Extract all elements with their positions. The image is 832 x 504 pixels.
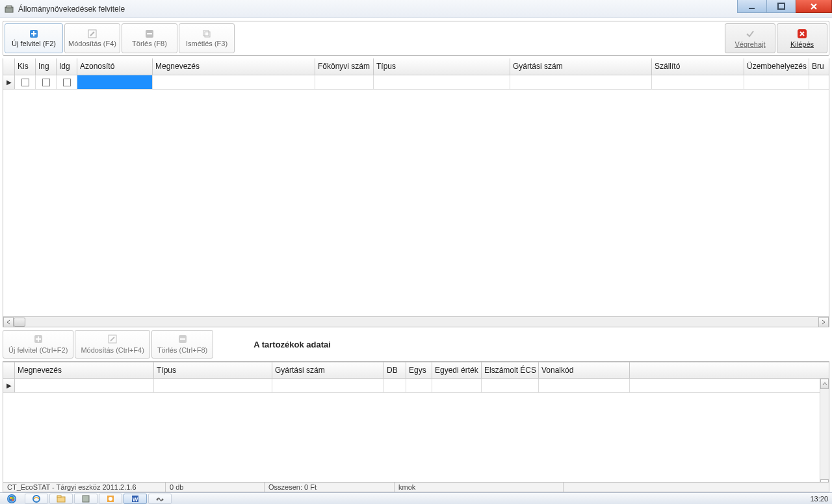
col-brutto[interactable]: Bru — [809, 58, 827, 75]
table-row[interactable]: ▶ — [3, 75, 829, 90]
table-row[interactable]: ▶ — [3, 379, 829, 393]
plus-icon — [29, 29, 38, 38]
detail-delete-label: Törlés (Ctrl+F8) — [157, 346, 207, 354]
taskbar-app-icon[interactable] — [74, 494, 98, 504]
svg-rect-24 — [83, 496, 89, 502]
svg-rect-20 — [12, 499, 14, 501]
svg-point-30 — [162, 498, 164, 500]
detail-new-label: Új felvitel (Ctrl+F2) — [8, 346, 68, 354]
scroll-thumb[interactable] — [14, 318, 25, 327]
cell-fokonyvi-szam[interactable] — [315, 75, 374, 89]
delete-button[interactable]: Törlés (F8) — [122, 23, 177, 53]
svg-rect-19 — [10, 499, 12, 501]
dcol-elszamolt-ecs[interactable]: Elszámolt ÉCS — [482, 362, 539, 378]
svg-rect-14 — [180, 338, 185, 340]
edit-button-label: Módosítás (F4) — [68, 40, 116, 47]
col-azonosito[interactable]: Azonosító — [77, 58, 153, 75]
start-button[interactable] — [0, 493, 23, 505]
detail-new-button[interactable]: Új felvitel (Ctrl+F2) — [3, 330, 73, 359]
taskbar-clock[interactable]: 13:20 — [810, 495, 828, 503]
current-row-marker: ▶ — [3, 379, 15, 392]
scroll-right-button[interactable] — [818, 317, 829, 327]
col-tipus[interactable]: Típus — [374, 58, 510, 75]
dcell-gyartasi-szam[interactable] — [272, 379, 384, 392]
taskbar-app2-icon[interactable] — [148, 494, 172, 504]
checkbox[interactable] — [63, 79, 71, 86]
scroll-left-button[interactable] — [3, 317, 14, 327]
status-user: kmok — [395, 483, 564, 492]
dcell-tipus[interactable] — [154, 379, 272, 392]
titlebar: Állománynövekedések felvitele — [0, 0, 832, 18]
cell-tipus[interactable] — [374, 75, 510, 89]
close-button[interactable] — [796, 0, 832, 13]
cell-szallito[interactable] — [652, 75, 744, 89]
vertical-scrollbar[interactable] — [820, 379, 829, 490]
scroll-track[interactable] — [14, 317, 818, 327]
svg-rect-9 — [205, 32, 210, 37]
col-kis[interactable]: Kis — [15, 58, 36, 75]
cell-brutto[interactable] — [809, 75, 827, 89]
svg-rect-18 — [12, 497, 14, 499]
dcol-db[interactable]: DB — [384, 362, 406, 378]
exit-button[interactable]: Kilépés — [777, 23, 827, 53]
check-icon — [745, 29, 755, 39]
cell-uzembehelyezes[interactable] — [744, 75, 809, 89]
status-bar: CT_EcoSTAT - Tárgyi eszköz 2011.2.1.6 0 … — [3, 482, 829, 492]
detail-grid-header: Megnevezés Típus Gyártási szám DB Egys E… — [3, 362, 829, 379]
minimize-button[interactable] — [737, 0, 767, 13]
cell-ing[interactable] — [36, 75, 57, 89]
taskbar-word-icon[interactable]: W — [124, 494, 147, 504]
scroll-up-button[interactable] — [820, 379, 829, 389]
cell-azonosito[interactable] — [77, 75, 153, 89]
cell-megnevezes[interactable] — [153, 75, 315, 89]
dcell-egys[interactable] — [406, 379, 432, 392]
new-button[interactable]: Új felvitel (F2) — [5, 23, 63, 53]
detail-edit-button[interactable]: Módosítás (Ctrl+F4) — [75, 330, 150, 359]
status-app: CT_EcoSTAT - Tárgyi eszköz 2011.2.1.6 — [3, 483, 166, 492]
dcol-vonalkod[interactable]: Vonalkód — [539, 362, 630, 378]
dcol-tipus[interactable]: Típus — [154, 362, 272, 378]
svg-rect-8 — [203, 31, 209, 36]
horizontal-scrollbar[interactable] — [3, 316, 829, 327]
status-count: 0 db — [166, 483, 265, 492]
row-marker-header — [3, 362, 15, 378]
detail-toolbar: Új felvitel (Ctrl+F2) Módosítás (Ctrl+F4… — [3, 329, 829, 360]
close-icon — [797, 29, 807, 39]
cell-gyartasi-szam[interactable] — [510, 75, 652, 89]
detail-delete-button[interactable]: Törlés (Ctrl+F8) — [151, 330, 213, 359]
edit-button[interactable]: Módosítás (F4) — [64, 23, 120, 53]
svg-rect-1 — [6, 6, 12, 8]
detail-title: A tartozékok adatai — [254, 340, 331, 349]
col-ing[interactable]: Ing — [36, 58, 57, 75]
col-fokonyvi-szam[interactable]: Főkönyvi szám — [315, 58, 374, 75]
checkbox[interactable] — [21, 79, 29, 86]
col-gyartasi-szam[interactable]: Gyártási szám — [510, 58, 652, 75]
dcol-egys[interactable]: Egys — [406, 362, 432, 378]
dcell-elszamolt-ecs[interactable] — [482, 379, 539, 392]
dcell-db[interactable] — [384, 379, 406, 392]
svg-point-29 — [157, 498, 159, 500]
dcell-vonalkod[interactable] — [539, 379, 630, 392]
col-megnevezes[interactable]: Megnevezés — [153, 58, 315, 75]
dcol-megnevezes[interactable]: Megnevezés — [15, 362, 154, 378]
cell-kis[interactable] — [15, 75, 36, 89]
dcol-egyedi-ertek[interactable]: Egyedi érték — [432, 362, 482, 378]
svg-rect-23 — [57, 496, 61, 498]
col-uzembehelyezes[interactable]: Üzembehelyezés — [744, 58, 809, 75]
maximize-button[interactable] — [766, 0, 796, 13]
dcol-gyartasi-szam[interactable]: Gyártási szám — [272, 362, 384, 378]
dcell-egyedi-ertek[interactable] — [432, 379, 482, 392]
repeat-button-label: Ismétlés (F3) — [186, 40, 228, 47]
svg-point-26 — [109, 497, 112, 501]
col-idg[interactable]: Idg — [57, 58, 77, 75]
cell-idg[interactable] — [57, 75, 77, 89]
svg-rect-7 — [147, 33, 152, 34]
taskbar-explorer-icon[interactable] — [49, 494, 73, 504]
dcell-megnevezes[interactable] — [15, 379, 154, 392]
col-szallito[interactable]: Szállító — [652, 58, 744, 75]
execute-button[interactable]: Végrehajt — [725, 23, 775, 53]
repeat-button[interactable]: Ismétlés (F3) — [179, 23, 235, 53]
taskbar-outlook-icon[interactable] — [99, 494, 122, 504]
checkbox[interactable] — [42, 79, 50, 86]
taskbar-ie-icon[interactable] — [25, 494, 48, 504]
